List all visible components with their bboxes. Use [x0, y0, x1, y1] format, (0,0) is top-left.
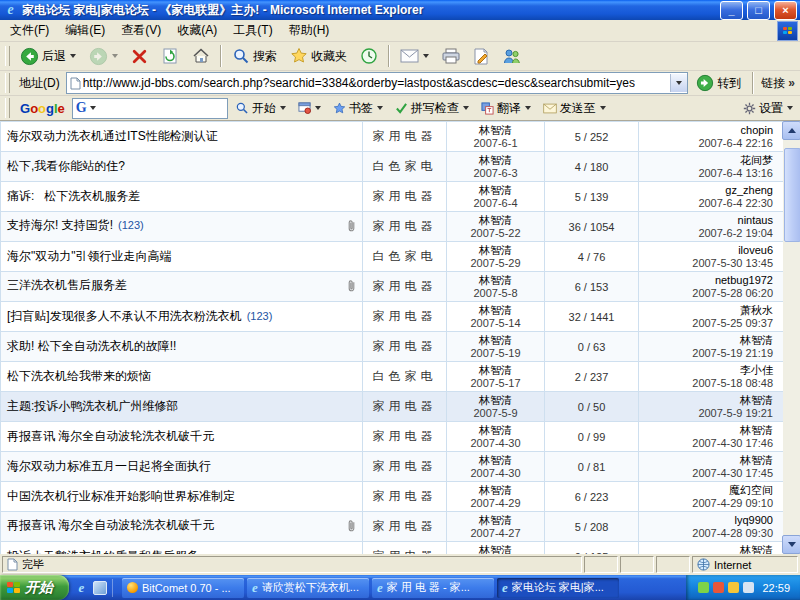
thread-title-link[interactable]: 求助! 松下全自动洗衣机的故障!! [7, 339, 176, 353]
stop-button[interactable] [125, 45, 154, 68]
thread-title-link[interactable]: 主题:投诉小鸭洗衣机广州维修部 [7, 399, 178, 413]
task-button[interactable]: BitComet 0.70 - ... [122, 578, 244, 598]
scroll-up-button[interactable] [782, 121, 800, 140]
mail-button[interactable] [394, 46, 435, 66]
forum-link[interactable]: 白色家电 [373, 369, 437, 383]
last-poster-link[interactable]: 林智清 [645, 334, 773, 347]
minimize-button[interactable]: _ [720, 1, 743, 20]
sendto-dropdown-arrow[interactable] [600, 106, 606, 110]
last-poster-link[interactable]: netbug1972 [645, 274, 773, 287]
thread-author-link[interactable]: 林智清 [453, 364, 538, 377]
thread-title-link[interactable]: 松下洗衣机给我带来的烦恼 [7, 369, 151, 383]
vertical-scrollbar[interactable] [783, 121, 800, 554]
forward-dropdown-arrow[interactable] [112, 54, 118, 58]
addressbar-grip[interactable] [5, 73, 10, 93]
last-poster-link[interactable]: 林智清 [645, 544, 773, 555]
google-settings-button[interactable]: 设置 [738, 97, 798, 120]
google-g-button[interactable]: G [76, 101, 87, 115]
forum-link[interactable]: 家用电器 [373, 519, 437, 533]
back-button[interactable]: 后退 [14, 44, 82, 69]
thread-title-link[interactable]: 支持海尔! 支持国货! [7, 218, 113, 232]
last-poster-link[interactable]: iloveu6 [645, 244, 773, 257]
thread-author-link[interactable]: 林智清 [453, 184, 538, 197]
google-sendto-button[interactable]: 发送至 [538, 97, 611, 120]
google-bookmarks-button[interactable]: 书签 [328, 97, 388, 120]
thread-title-link[interactable]: 松下,我看你能站的住? [7, 159, 125, 173]
google-go-button[interactable]: 开始 [230, 97, 291, 120]
menu-item[interactable]: 收藏(A) [169, 20, 225, 41]
last-poster-link[interactable]: gz_zheng [645, 184, 773, 197]
thread-title-link[interactable]: [扫盲贴]发现很多人不承认不用洗衣粉洗衣机 [7, 309, 242, 323]
links-chevron[interactable]: » [788, 76, 795, 90]
last-poster-link[interactable]: lyq9900 [645, 514, 773, 527]
scroll-down-button[interactable] [782, 535, 800, 554]
menu-item[interactable]: 文件(F) [2, 20, 57, 41]
thread-title-link[interactable]: 投诉小天鹅洗衣机的质量和售后服务 [7, 549, 199, 554]
last-poster-link[interactable]: 林智清 [645, 454, 773, 467]
translate-dropdown-arrow[interactable] [525, 106, 531, 110]
google-translate-button[interactable]: 翻译 [476, 97, 536, 120]
tray-icon-1[interactable] [698, 582, 709, 593]
thread-title-link[interactable]: 海尔双动力标准五月一日起将全面执行 [7, 459, 211, 473]
task-button[interactable]: e请欣赏松下洗衣机... [247, 578, 369, 598]
tray-icon-3[interactable] [728, 582, 739, 593]
go-button[interactable]: 转到 [692, 73, 745, 93]
forum-link[interactable]: 家用电器 [373, 279, 437, 293]
thread-author-link[interactable]: 林智清 [453, 334, 538, 347]
start-button[interactable]: 开始 [0, 575, 69, 600]
thread-title-link[interactable]: 海尔"双动力"引领行业走向高端 [7, 249, 172, 263]
back-dropdown-arrow[interactable] [70, 54, 76, 58]
home-button[interactable] [186, 44, 216, 68]
last-poster-link[interactable]: chopin [645, 124, 773, 137]
thread-author-link[interactable]: 林智清 [453, 544, 538, 555]
thread-title-link[interactable]: 中国洗衣机行业标准开始影响世界标准制定 [7, 489, 235, 503]
task-button[interactable]: e家电论坛 家电|家... [497, 578, 619, 598]
thread-author-link[interactable]: 林智清 [453, 484, 538, 497]
tray-icon-2[interactable] [713, 582, 724, 593]
forum-link[interactable]: 家用电器 [373, 429, 437, 443]
toolbar-grip[interactable] [5, 46, 10, 66]
thread-author-link[interactable]: 林智清 [453, 454, 538, 467]
quicklaunch-ie-icon[interactable]: e [74, 580, 89, 595]
last-poster-link[interactable]: 魔幻空间 [645, 484, 773, 497]
links-bar[interactable]: 链接 » [761, 75, 798, 92]
googlebar-grip[interactable] [5, 98, 10, 118]
thread-author-link[interactable]: 林智清 [453, 304, 538, 317]
address-dropdown-button[interactable] [670, 74, 687, 92]
thread-page-links[interactable]: (123) [118, 219, 144, 231]
forum-link[interactable]: 家用电器 [373, 189, 437, 203]
thread-page-links[interactable]: (123) [247, 310, 273, 322]
quicklaunch-show-desktop-icon[interactable] [92, 580, 107, 595]
refresh-button[interactable] [155, 44, 185, 68]
thread-author-link[interactable]: 林智清 [453, 214, 538, 227]
close-button[interactable]: × [774, 1, 797, 20]
last-poster-link[interactable]: 萧秋水 [645, 304, 773, 317]
forum-link[interactable]: 家用电器 [373, 339, 437, 353]
thread-author-link[interactable]: 林智清 [453, 154, 538, 167]
history-button[interactable] [354, 44, 384, 68]
thread-title-link[interactable]: 海尔双动力洗衣机通过ITS性能检测认证 [7, 129, 218, 143]
thread-title-link[interactable]: 三洋洗衣机售后服务差 [7, 278, 127, 292]
forum-link[interactable]: 家用电器 [373, 549, 437, 554]
google-popup-blocker-button[interactable] [293, 99, 326, 117]
thread-author-link[interactable]: 林智清 [453, 514, 538, 527]
forum-link[interactable]: 家用电器 [373, 459, 437, 473]
menu-item[interactable]: 编辑(E) [57, 20, 113, 41]
settings-dropdown-arrow[interactable] [787, 106, 793, 110]
google-search-input[interactable] [98, 100, 224, 117]
google-go-dropdown-arrow[interactable] [280, 106, 286, 110]
menu-item[interactable]: 查看(V) [113, 20, 169, 41]
forum-link[interactable]: 家用电器 [373, 309, 437, 323]
edit-button[interactable] [467, 45, 496, 68]
spellcheck-dropdown-arrow[interactable] [463, 106, 469, 110]
forward-button[interactable] [83, 44, 124, 69]
last-poster-link[interactable]: nintaus [645, 214, 773, 227]
bookmarks-dropdown-arrow[interactable] [377, 106, 383, 110]
thread-author-link[interactable]: 林智清 [453, 274, 538, 287]
forum-link[interactable]: 家用电器 [373, 129, 437, 143]
favorites-button[interactable]: 收藏夹 [284, 44, 353, 68]
thread-author-link[interactable]: 林智清 [453, 394, 538, 407]
thread-author-link[interactable]: 林智清 [453, 424, 538, 437]
popup-blocker-dropdown-arrow[interactable] [315, 106, 321, 110]
forum-link[interactable]: 白色家电 [373, 159, 437, 173]
